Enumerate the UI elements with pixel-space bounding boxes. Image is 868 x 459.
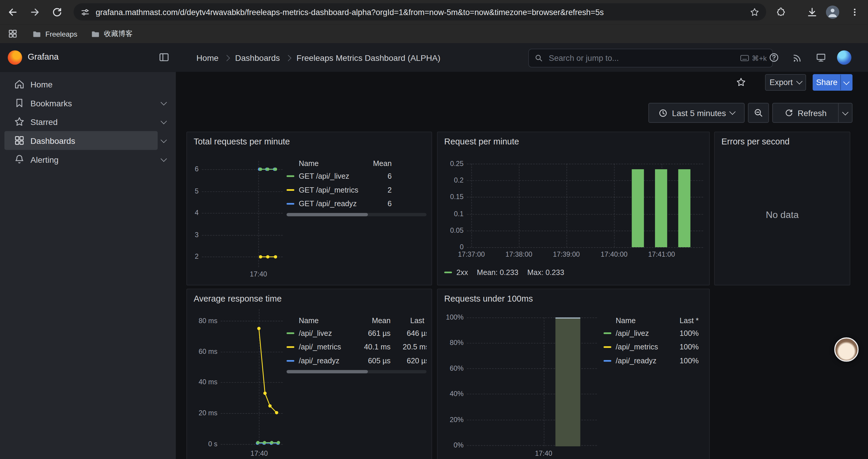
search-icon — [534, 54, 543, 63]
chevron-down-icon[interactable] — [161, 118, 167, 124]
bookmark-item-freeleaps[interactable]: Freeleaps — [28, 27, 82, 41]
legend-header[interactable]: Name — [603, 316, 669, 324]
time-range-button[interactable]: Last 5 minutes — [649, 103, 745, 123]
sidebar-item-starred[interactable]: Starred — [0, 112, 176, 131]
chevron-right-icon — [285, 55, 291, 61]
legend-series-name: 2xx — [457, 268, 468, 276]
assistant-avatar-button[interactable] — [834, 337, 859, 362]
chevron-down-icon — [843, 79, 849, 85]
y-axis-label: 40 ms — [190, 379, 217, 386]
x-gridline — [544, 318, 544, 446]
bookmark-label: Freeleaps — [45, 30, 78, 38]
url-bar[interactable]: grafana.mathmast.com/d/deytv4rwavabkb/fr… — [73, 3, 766, 21]
legend-series-name[interactable]: /api/_metrics — [299, 343, 341, 351]
grafana-logo[interactable] — [8, 50, 22, 65]
zoom-out-button[interactable] — [748, 103, 769, 123]
legend-scrollbar[interactable] — [286, 213, 427, 216]
page: grafana.mathmast.com/d/deytv4rwavabkb/fr… — [0, 0, 868, 459]
download-button[interactable] — [805, 5, 819, 20]
back-button[interactable] — [6, 5, 20, 20]
y-axis-label: 5 — [189, 187, 198, 195]
series-color-dash — [286, 360, 294, 362]
breadcrumb-dashboards[interactable]: Dashboards — [235, 53, 280, 62]
legend-value: 605 µs — [359, 357, 392, 365]
panel-title[interactable]: Total requests per minute — [193, 137, 290, 147]
search-box[interactable]: ⌘+k — [528, 49, 773, 68]
x-axis-label: 17:37:00 — [458, 251, 485, 258]
legend-series: GET /api/_livez — [286, 172, 359, 180]
bookmark-star-icon[interactable] — [749, 7, 760, 17]
news-button[interactable] — [790, 50, 804, 65]
breadcrumb-home[interactable]: Home — [196, 53, 219, 62]
y-axis-label: 0.05 — [442, 227, 464, 234]
legend-series: /api/_livez — [286, 329, 359, 337]
forward-button[interactable] — [28, 5, 42, 20]
apps-grid-button[interactable] — [6, 27, 20, 41]
legend-value: 620 µs — [392, 357, 427, 365]
sidebar-item-alerting[interactable]: Alerting — [0, 150, 176, 169]
legend-scrollbar[interactable] — [286, 370, 427, 373]
sidebar-item-bookmarks[interactable]: Bookmarks — [0, 93, 176, 112]
site-info-icon[interactable] — [80, 7, 90, 17]
legend-series-name[interactable]: GET /api/_metrics — [299, 186, 359, 194]
favorite-dashboard-button[interactable] — [734, 75, 748, 89]
menu-kebab-icon — [850, 7, 860, 17]
legend-header[interactable]: Last * — [392, 316, 427, 324]
y-axis-label: 0.15 — [442, 193, 464, 201]
share-options-button[interactable] — [841, 80, 852, 85]
legend-series-name[interactable]: GET /api/_readyz — [299, 200, 356, 208]
refresh-interval-button[interactable] — [839, 110, 852, 116]
bookmark-item-blog[interactable]: 收藏博客 — [86, 27, 137, 41]
legend-series-name[interactable]: /api/_livez — [299, 329, 332, 337]
y-axis-label: 2 — [189, 253, 198, 261]
legend-header[interactable]: Name — [286, 159, 359, 167]
legend-header[interactable]: Mean — [359, 159, 393, 167]
export-button[interactable]: Export — [765, 74, 806, 91]
user-avatar[interactable] — [837, 50, 851, 65]
chevron-down-icon[interactable] — [161, 99, 167, 105]
legend-series[interactable]: 2xx — [444, 268, 468, 276]
legend-series-name[interactable]: /api/_livez — [616, 329, 649, 337]
line-series-svg — [221, 309, 283, 446]
chevron-down-icon[interactable] — [161, 136, 167, 143]
profile-button[interactable] — [826, 6, 839, 19]
refresh-button[interactable]: Refresh — [772, 103, 852, 123]
panel-title[interactable]: Errors per second — [721, 137, 790, 147]
legend-row: /api/_livez100% — [603, 326, 706, 340]
bar — [678, 169, 690, 247]
series-color-dash — [603, 346, 611, 348]
sidebar-item-home[interactable]: Home — [0, 75, 176, 94]
legend-row: /api/_readyz100% — [603, 354, 706, 368]
bookmark-label: 收藏博客 — [104, 29, 133, 39]
panel-title[interactable]: Request per minute — [444, 137, 519, 147]
legend-scrollbar-thumb[interactable] — [286, 213, 368, 216]
legend-header[interactable]: Mean — [359, 316, 392, 324]
legend-stat: Mean: 0.233 — [477, 268, 519, 276]
panel-title[interactable]: Requests under 100ms — [444, 294, 533, 304]
refresh-icon — [784, 108, 793, 117]
sidebar-item-dashboards[interactable]: Dashboards — [0, 131, 176, 150]
legend-value: 661 µs — [359, 329, 392, 337]
browser-toolbar: grafana.mathmast.com/d/deytv4rwavabkb/fr… — [0, 0, 868, 24]
search-input[interactable] — [548, 53, 736, 63]
extensions-button[interactable] — [773, 5, 788, 20]
legend-series-name[interactable]: /api/_readyz — [299, 357, 339, 365]
help-button[interactable] — [767, 50, 781, 65]
legend-series-name[interactable]: /api/_metrics — [616, 343, 658, 351]
legend-series-name[interactable]: /api/_readyz — [616, 357, 656, 365]
y-axis-label: 20 ms — [190, 409, 217, 417]
display-button[interactable] — [814, 50, 828, 65]
url-text[interactable]: grafana.mathmast.com/d/deytv4rwavabkb/fr… — [96, 7, 745, 16]
sidebar-toggle-button[interactable] — [158, 52, 170, 63]
legend-header[interactable]: Last * — [669, 316, 700, 324]
x-axis-label: 17:38:00 — [505, 251, 532, 258]
legend-series-name[interactable]: GET /api/_livez — [299, 172, 349, 180]
back-icon — [7, 6, 18, 18]
browser-menu-button[interactable] — [848, 5, 862, 20]
legend-header[interactable]: Name — [286, 316, 359, 324]
panel-title[interactable]: Average response time — [193, 294, 282, 304]
share-button[interactable]: Share — [813, 74, 852, 91]
reload-button[interactable] — [50, 5, 64, 20]
legend-scrollbar-thumb[interactable] — [286, 370, 368, 373]
chevron-down-icon[interactable] — [161, 155, 167, 162]
